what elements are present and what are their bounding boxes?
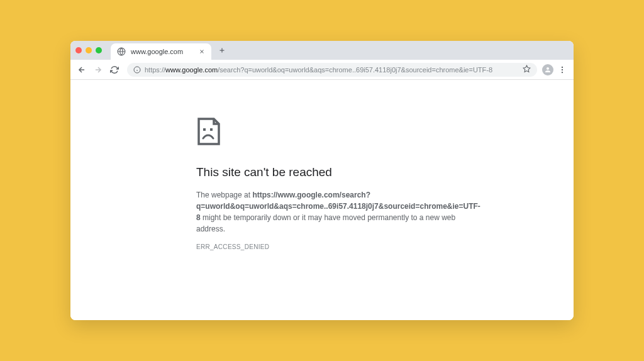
url-text: https://www.google.com/search?q=uworld&o… [145, 66, 519, 74]
minimize-window-button[interactable] [86, 47, 92, 53]
error-body: The webpage at https://www.google.com/se… [196, 189, 460, 235]
error-body-prefix: The webpage at [196, 191, 252, 199]
browser-window: www.google.com [70, 41, 574, 320]
sad-page-icon [196, 118, 574, 148]
svg-point-5 [562, 71, 563, 72]
browser-tab[interactable]: www.google.com [111, 43, 211, 60]
page-content: This site can't be reached The webpage a… [70, 80, 574, 320]
forward-button[interactable] [91, 62, 106, 77]
svg-rect-7 [210, 128, 213, 131]
reload-button[interactable] [107, 62, 122, 77]
new-tab-button[interactable] [215, 43, 229, 57]
close-tab-button[interactable] [199, 48, 205, 55]
url-host: www.google.com [165, 66, 218, 74]
globe-icon [117, 47, 126, 56]
info-icon [133, 66, 141, 74]
bookmark-button[interactable] [523, 65, 531, 74]
tab-title: www.google.com [131, 48, 194, 55]
error-code: ERR_ACCESS_DENIED [196, 243, 574, 250]
toolbar: https://www.google.com/search?q=uworld&o… [70, 60, 574, 80]
url-path: /search?q=uworld&oq=uworld&aqs=chrome..6… [218, 66, 492, 74]
url-prefix: https:// [145, 66, 165, 74]
svg-marker-2 [523, 65, 530, 72]
tab-bar: www.google.com [70, 41, 574, 60]
close-window-button[interactable] [75, 47, 82, 53]
maximize-window-button[interactable] [96, 47, 102, 53]
menu-button[interactable] [555, 62, 570, 77]
error-body-suffix: might be temporarily down or it may have… [196, 213, 455, 233]
address-bar[interactable]: https://www.google.com/search?q=uworld&o… [127, 63, 537, 77]
svg-point-4 [562, 69, 563, 70]
error-heading: This site can't be reached [196, 165, 574, 179]
back-button[interactable] [74, 62, 89, 77]
profile-avatar[interactable] [542, 64, 553, 75]
svg-point-3 [562, 66, 563, 67]
window-controls [75, 47, 102, 53]
svg-rect-6 [203, 128, 206, 131]
